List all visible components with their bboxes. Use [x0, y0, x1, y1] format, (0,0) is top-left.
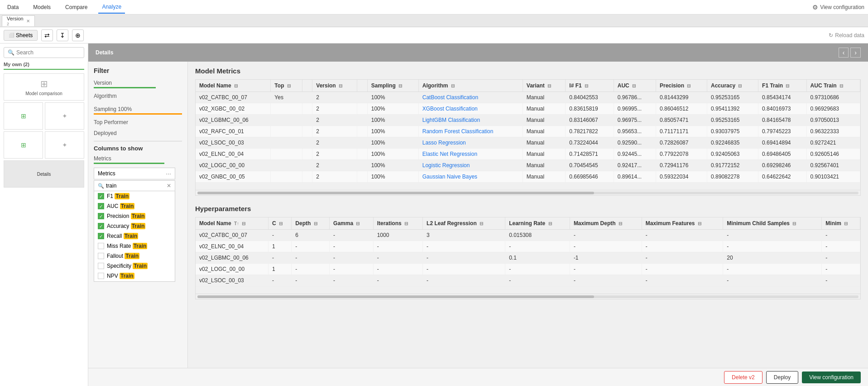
- metric-accuracy-train[interactable]: ✓ Accuracy Train: [94, 221, 175, 231]
- hyperparams-row[interactable]: v02_LGBMC_00_06-----0.1-1-20-: [196, 252, 860, 264]
- model-metrics-scrollbar[interactable]: [196, 190, 860, 195]
- model-metrics-row[interactable]: v02_RAFC_00_012100%Random Forest Classif…: [196, 126, 860, 137]
- tab-close-icon[interactable]: ✕: [26, 19, 30, 24]
- sidebar-card-1-add-icon: ⊞: [21, 112, 26, 120]
- metric-f1-train-checkbox[interactable]: ✓: [98, 193, 104, 199]
- nav-models[interactable]: Models: [29, 1, 54, 13]
- view-config-top[interactable]: ⚙ View configuration: [812, 4, 864, 11]
- details-next-button[interactable]: ›: [850, 48, 861, 58]
- sidebar-card-details[interactable]: Details: [4, 160, 84, 188]
- col-top[interactable]: Top ⊟: [271, 80, 302, 92]
- col-hp-l2[interactable]: L2 Leaf Regression ⊟: [423, 217, 505, 230]
- metric-npv-train-checkbox[interactable]: [98, 273, 104, 279]
- col-sampling[interactable]: Sampling ⊟: [367, 80, 418, 92]
- sidebar-card-2[interactable]: ✦: [45, 102, 84, 130]
- tab-version[interactable]: Version 2 ✕: [2, 15, 35, 26]
- filter-sampling-bar: [94, 113, 182, 115]
- nav-data[interactable]: Data: [4, 1, 22, 13]
- filter-panel: Filter Version Algorithm Sampling 100% T…: [88, 62, 188, 368]
- metric-miss-rate-train-checkbox[interactable]: [98, 243, 104, 249]
- metric-specificity-train-checkbox[interactable]: [98, 263, 104, 269]
- model-metrics-row[interactable]: v02_GNBC_00_052100%Gaussian Naive BayesM…: [196, 171, 860, 183]
- metric-auc-train-checkbox[interactable]: ✓: [98, 203, 104, 209]
- scroll-track-2[interactable]: [197, 295, 858, 298]
- sheets-button[interactable]: ⬜ Sheets: [4, 30, 38, 41]
- metrics-dropdown-header[interactable]: Metrics ···: [94, 168, 175, 179]
- reload-button[interactable]: ↻ Reload data: [829, 32, 864, 39]
- metric-precision-train[interactable]: ✓ Precision Train: [94, 211, 175, 221]
- model-metrics-row[interactable]: v02_ELNC_00_042100%Elastic Net Regressio…: [196, 149, 860, 160]
- col-variant[interactable]: Variant ⊟: [523, 80, 566, 92]
- model-metrics-row[interactable]: v02_CATBC_00_07Yes2100%CatBoost Classifi…: [196, 92, 860, 103]
- col-precision[interactable]: Precision ⊟: [656, 80, 707, 92]
- nav-analyze[interactable]: Analyze: [98, 1, 125, 14]
- toolbar-icon-1[interactable]: ⇄: [41, 29, 53, 41]
- col-hp-iterations[interactable]: Iterations ⊟: [373, 217, 422, 230]
- metric-miss-rate-train[interactable]: Miss Rate Train: [94, 241, 175, 251]
- metric-precision-train-checkbox[interactable]: ✓: [98, 213, 104, 219]
- metrics-search-box[interactable]: 🔍 ✕: [94, 180, 175, 191]
- model-metrics-row[interactable]: v02_XGBC_00_022100%XGBoost Classificatio…: [196, 103, 860, 115]
- sidebar-card-model-comparison[interactable]: ⊞ Model comparison: [4, 73, 84, 101]
- sidebar-card-1[interactable]: ⊞: [4, 102, 43, 130]
- col-auctrain[interactable]: AUC Train ⊟: [806, 80, 860, 92]
- metrics-search-input[interactable]: [106, 183, 165, 189]
- metric-recall-train-checkbox[interactable]: ✓: [98, 233, 104, 239]
- sidebar-card-4[interactable]: ✦: [45, 131, 84, 159]
- search-input[interactable]: [16, 49, 80, 56]
- col-algorithm[interactable]: Algorithm ⊟: [418, 80, 523, 92]
- model-metrics-row[interactable]: v02_LSOC_00_032100%Lasso RegressionManua…: [196, 137, 860, 149]
- deploy-button[interactable]: Deploy: [766, 371, 798, 384]
- col-hp-c[interactable]: C ⊟: [269, 217, 292, 230]
- sheets-toolbar: ⬜ Sheets ⇄ ↧ ⊕ ↻ Reload data: [0, 27, 868, 43]
- metric-fallout-train[interactable]: Fallout Train: [94, 251, 175, 261]
- details-body: Filter Version Algorithm Sampling 100% T…: [88, 62, 868, 368]
- col-accuracy[interactable]: Accuracy ⊟: [707, 80, 758, 92]
- metrics-more-icon[interactable]: ···: [166, 170, 171, 177]
- metrics-bar: [94, 163, 164, 164]
- model-metrics-row[interactable]: v02_LOGC_00_002100%Logistic RegressionMa…: [196, 160, 860, 171]
- col-hp-lr[interactable]: Learning Rate ⊟: [505, 217, 570, 230]
- filter-title: Filter: [94, 67, 182, 74]
- scroll-track-1[interactable]: [197, 192, 858, 194]
- metric-fallout-train-checkbox[interactable]: [98, 253, 104, 259]
- top-nav: Data Models Compare Analyze ⚙ View confi…: [0, 0, 868, 14]
- metric-recall-train[interactable]: ✓ Recall Train: [94, 231, 175, 241]
- col-hp-model-name[interactable]: Model Name T↑ ⊟: [196, 217, 269, 230]
- hyperparams-row[interactable]: v02_CATBC_00_07-6-100030.015308----: [196, 230, 860, 241]
- columns-title: Columns to show: [94, 145, 182, 152]
- col-auc[interactable]: AUC ⊟: [614, 80, 656, 92]
- view-config-button[interactable]: View configuration: [802, 372, 861, 383]
- details-prev-button[interactable]: ‹: [839, 48, 849, 58]
- search-box[interactable]: 🔍: [4, 47, 84, 58]
- col-version[interactable]: Version ⊟: [312, 80, 357, 92]
- model-metrics-row[interactable]: v02_LGBMC_00_062100%LightGBM Classificat…: [196, 115, 860, 126]
- hyperparams-row[interactable]: v02_ELNC_00_041---------: [196, 241, 860, 252]
- metric-specificity-train[interactable]: Specificity Train: [94, 261, 175, 271]
- col-hp-minchild[interactable]: Minimum Child Samples ⊟: [723, 217, 822, 230]
- metric-mcc-train[interactable]: MCC Train: [94, 281, 175, 282]
- col-hp-maxdepth[interactable]: Maximum Depth ⊟: [570, 217, 642, 230]
- col-hp-maxfeatures[interactable]: Maximum Features ⊟: [642, 217, 723, 230]
- hyperparams-row[interactable]: v02_LOGC_00_001---------: [196, 264, 860, 275]
- col-model-name[interactable]: Model Name ⊟: [196, 80, 271, 92]
- col-if1[interactable]: I# F1 ⊟: [566, 80, 614, 92]
- hyperparams-row[interactable]: v02_LSOC_00_03----------: [196, 275, 860, 286]
- col-hp-minim[interactable]: Minim ⊟: [822, 217, 860, 230]
- metric-f1-train[interactable]: ✓ F1 Train: [94, 191, 175, 201]
- metrics-search-clear[interactable]: ✕: [167, 183, 171, 189]
- toolbar-icon-2[interactable]: ↧: [57, 29, 68, 41]
- col-hp-depth[interactable]: Depth ⊟: [292, 217, 330, 230]
- delete-button[interactable]: Delete v2: [724, 371, 762, 384]
- nav-compare[interactable]: Compare: [62, 1, 91, 13]
- toolbar-icon-3[interactable]: ⊕: [72, 29, 84, 41]
- metric-auc-train[interactable]: ✓ AUC Train: [94, 201, 175, 211]
- col-hp-gamma[interactable]: Gamma ⊟: [330, 217, 374, 230]
- sidebar-section-label: My own (2): [4, 62, 84, 70]
- details-label: Details: [37, 172, 51, 177]
- sidebar-card-3[interactable]: ⊞: [4, 131, 43, 159]
- col-f1train[interactable]: F1 Train ⊟: [758, 80, 806, 92]
- metric-npv-train[interactable]: NPV Train: [94, 271, 175, 281]
- hyperparameters-scrollbar[interactable]: [196, 294, 860, 299]
- metric-accuracy-train-checkbox[interactable]: ✓: [98, 223, 104, 229]
